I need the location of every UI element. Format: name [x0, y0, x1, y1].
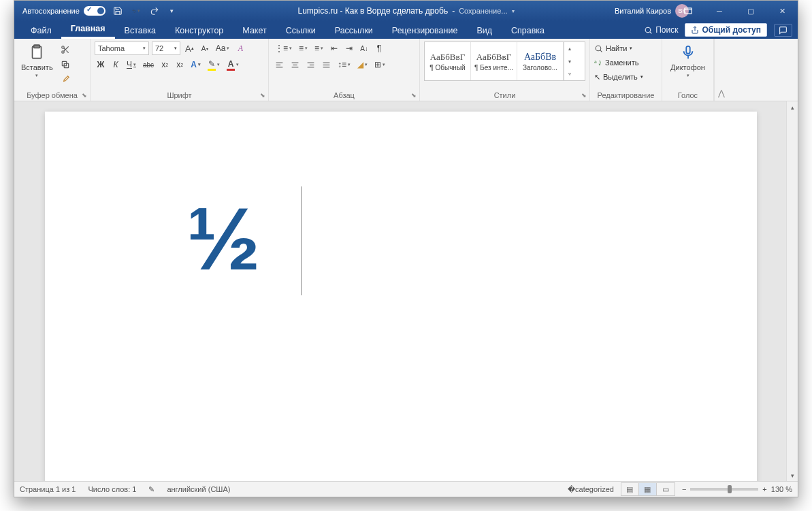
- view-read-button[interactable]: ▤: [621, 483, 639, 495]
- dialog-launcher-icon[interactable]: ⬊: [80, 91, 88, 99]
- multilevel-button[interactable]: ≡: [312, 42, 325, 55]
- copy-button[interactable]: [59, 58, 72, 71]
- increase-indent-button[interactable]: ⇥: [343, 42, 355, 55]
- superscript-button[interactable]: x2: [174, 58, 186, 71]
- tab-mailings[interactable]: Рассылки: [325, 23, 383, 39]
- tab-design[interactable]: Конструктор: [165, 23, 233, 39]
- tab-view[interactable]: Вид: [467, 23, 502, 39]
- group-label-styles: Стили: [424, 90, 585, 99]
- select-button[interactable]: ↖Выделить▾: [594, 70, 657, 84]
- format-painter-button[interactable]: [59, 73, 72, 86]
- maximize-button[interactable]: ▢: [735, 1, 766, 21]
- align-right-button[interactable]: [304, 58, 317, 71]
- bullets-button[interactable]: ⋮≡: [273, 42, 294, 55]
- dialog-launcher-icon[interactable]: ⬊: [580, 91, 588, 99]
- font-color-button[interactable]: A: [225, 58, 242, 71]
- share-button[interactable]: Общий доступ: [685, 23, 767, 37]
- display-settings-icon[interactable]: �categorized: [568, 485, 614, 494]
- align-center-button[interactable]: [289, 58, 302, 71]
- qat-customize-icon[interactable]: ▾: [167, 5, 178, 16]
- italic-button[interactable]: К: [110, 58, 122, 71]
- dialog-launcher-icon[interactable]: ⬊: [259, 91, 267, 99]
- gallery-more-icon[interactable]: ▿: [564, 67, 574, 80]
- strikethrough-button[interactable]: abc: [141, 58, 156, 71]
- language-indicator[interactable]: английский (США): [167, 485, 230, 493]
- subscript-button[interactable]: x2: [159, 58, 171, 71]
- align-left-button[interactable]: [273, 58, 286, 71]
- font-size-combo[interactable]: 72▾: [152, 42, 180, 55]
- style-heading1[interactable]: АаБбВвЗаголово...: [517, 42, 564, 80]
- change-case-button[interactable]: Aa: [214, 42, 232, 55]
- gallery-up-icon[interactable]: ▴: [564, 42, 574, 55]
- text-effects-button[interactable]: A: [189, 58, 203, 71]
- save-icon[interactable]: [112, 5, 123, 16]
- numbering-button[interactable]: ≡: [297, 42, 310, 55]
- tab-references[interactable]: Ссылки: [276, 23, 325, 39]
- style-nospacing[interactable]: АаБбВвГ¶ Без инте...: [471, 42, 517, 80]
- line-spacing-button[interactable]: ↕≡: [336, 58, 353, 71]
- decrease-indent-button[interactable]: ⇤: [328, 42, 340, 55]
- underline-button[interactable]: Ч: [125, 58, 138, 71]
- highlight-icon: ✎: [208, 59, 216, 71]
- dictate-button[interactable]: Диктофон ▾: [666, 42, 709, 80]
- tab-file[interactable]: Файл: [21, 23, 61, 39]
- grow-font-button[interactable]: A▴: [183, 42, 196, 55]
- gallery-down-icon[interactable]: ▾: [564, 55, 574, 68]
- bold-button[interactable]: Ж: [95, 58, 107, 71]
- comments-button[interactable]: [774, 24, 792, 37]
- tab-layout[interactable]: Макет: [233, 23, 276, 39]
- word-count[interactable]: Число слов: 1: [88, 485, 136, 493]
- clear-formatting-button[interactable]: A: [234, 42, 246, 55]
- view-web-button[interactable]: ▭: [657, 483, 675, 495]
- style-normal[interactable]: АаБбВвГ¶ Обычный: [425, 42, 471, 80]
- svg-line-11: [63, 48, 65, 50]
- tab-home[interactable]: Главная: [61, 21, 115, 39]
- titlebar: Автосохранение ▾ Lumpics.ru - Как в Ворд…: [14, 1, 798, 21]
- tab-insert[interactable]: Вставка: [115, 23, 165, 39]
- borders-icon: ⊞: [374, 60, 381, 69]
- copy-icon: [61, 60, 70, 69]
- bucket-icon: ◢: [357, 60, 363, 69]
- collapse-ribbon-button[interactable]: ⋀: [714, 39, 728, 101]
- spellcheck-icon[interactable]: ✎: [148, 485, 155, 494]
- redo-icon[interactable]: [149, 5, 160, 16]
- toggle-switch-icon[interactable]: [84, 6, 105, 16]
- font-name-combo[interactable]: Tahoma▾: [95, 42, 149, 55]
- scroll-down-icon[interactable]: ▾: [787, 469, 798, 481]
- paste-button[interactable]: Вставить ▾: [18, 42, 56, 80]
- replace-button[interactable]: ᵃ⤸Заменить: [594, 56, 657, 69]
- borders-button[interactable]: ⊞: [372, 58, 387, 71]
- shrink-font-button[interactable]: A▾: [199, 42, 211, 55]
- scroll-up-icon[interactable]: ▴: [787, 101, 798, 113]
- zoom-slider[interactable]: [690, 488, 758, 491]
- cut-button[interactable]: [59, 43, 72, 56]
- zoom-out-button[interactable]: −: [682, 485, 686, 493]
- font-color-icon: A: [227, 59, 236, 71]
- page[interactable]: ½: [45, 112, 757, 481]
- search-box[interactable]: Поиск: [644, 25, 678, 35]
- find-button[interactable]: Найти▾: [594, 42, 657, 55]
- sort-button[interactable]: A↓: [358, 42, 370, 55]
- autosave-toggle[interactable]: Автосохранение: [22, 6, 105, 16]
- vertical-scrollbar[interactable]: ▴ ▾: [786, 101, 798, 481]
- tab-review[interactable]: Рецензирование: [383, 23, 468, 39]
- zoom-in-button[interactable]: +: [762, 485, 766, 493]
- view-print-button[interactable]: ▦: [639, 483, 657, 495]
- close-button[interactable]: ✕: [766, 1, 798, 21]
- shading-button[interactable]: ◢: [355, 58, 370, 71]
- undo-icon[interactable]: [130, 4, 142, 18]
- zoom-level[interactable]: 130 %: [771, 485, 792, 493]
- styles-gallery[interactable]: АаБбВвГ¶ Обычный АаБбВвГ¶ Без инте... Аа…: [424, 42, 585, 81]
- align-left-icon: [275, 61, 284, 69]
- number-list-icon: ≡: [299, 44, 304, 53]
- page-indicator[interactable]: Страница 1 из 1: [20, 485, 76, 493]
- minimize-button[interactable]: ─: [704, 1, 735, 21]
- show-marks-button[interactable]: ¶: [373, 42, 385, 55]
- highlight-button[interactable]: ✎: [206, 58, 222, 71]
- ribbon-display-options-icon[interactable]: [672, 1, 704, 21]
- view-buttons: ▤ ▦ ▭: [621, 482, 675, 496]
- align-right-icon: [306, 61, 315, 69]
- justify-button[interactable]: [320, 58, 333, 71]
- dialog-launcher-icon[interactable]: ⬊: [410, 91, 418, 99]
- tab-help[interactable]: Справка: [502, 23, 554, 39]
